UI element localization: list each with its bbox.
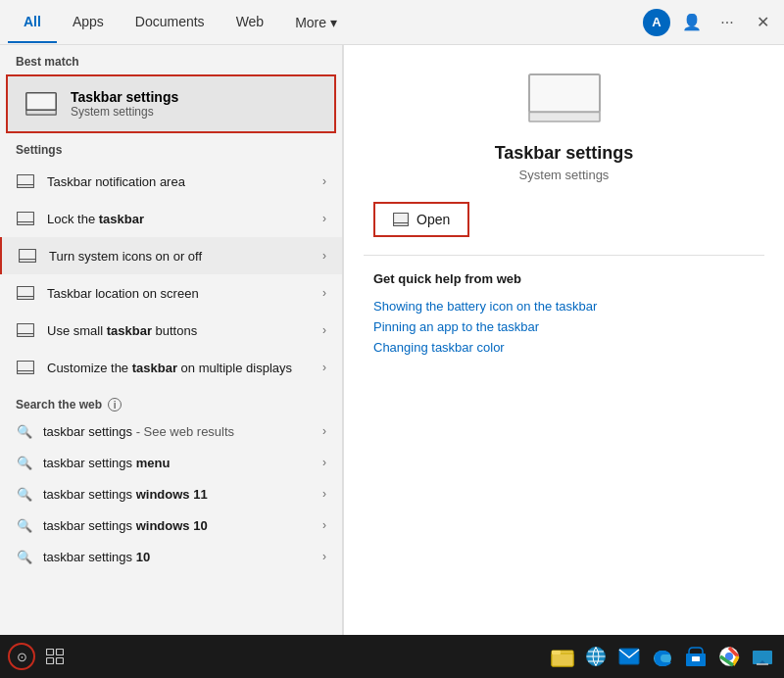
search-web-icon: 🔍 xyxy=(16,454,33,471)
left-panel: Best match Taskbar settings System setti… xyxy=(0,45,343,678)
list-item-taskbar-location[interactable]: Taskbar location on screen › xyxy=(0,274,342,312)
tab-web[interactable]: Web xyxy=(220,2,280,43)
svg-rect-3 xyxy=(18,185,34,188)
chevron-right-icon: › xyxy=(322,323,326,337)
right-panel: Taskbar settings System settings Open Ge… xyxy=(343,45,784,678)
search-web-icon: 🔍 xyxy=(16,516,33,534)
right-title: Taskbar settings xyxy=(495,143,634,164)
quick-help-label: Get quick help from web xyxy=(373,271,521,286)
browser-icon[interactable] xyxy=(582,643,610,670)
tab-more[interactable]: More ▾ xyxy=(279,3,353,42)
svg-rect-7 xyxy=(20,260,36,263)
open-icon xyxy=(393,213,409,226)
svg-rect-20 xyxy=(47,658,54,664)
nav-tabs: All Apps Documents Web More ▾ A 👤 ··· ✕ xyxy=(0,0,784,45)
open-button[interactable]: Open xyxy=(373,202,469,237)
divider xyxy=(364,255,764,256)
svg-rect-15 xyxy=(529,112,600,121)
lock-taskbar-icon xyxy=(16,209,35,228)
svg-rect-29 xyxy=(619,649,639,664)
svg-rect-12 xyxy=(18,362,34,371)
system-icons-icon xyxy=(18,246,37,266)
chevron-right-icon: › xyxy=(322,212,326,225)
best-match-label: Best match xyxy=(0,45,342,74)
search-web-icon: 🔍 xyxy=(16,422,33,440)
chevron-right-icon: › xyxy=(322,456,326,469)
more-options-icon[interactable]: ··· xyxy=(713,9,741,36)
web-item-1[interactable]: 🔍 taskbar settings menu › xyxy=(0,447,342,478)
web-search-label: Search the web i xyxy=(0,392,342,415)
svg-rect-24 xyxy=(552,651,561,654)
svg-rect-32 xyxy=(692,656,700,661)
taskbar: ⊙ xyxy=(0,635,784,678)
best-match-item[interactable]: Taskbar settings System settings xyxy=(6,74,336,133)
taskbar-location-icon xyxy=(16,283,35,303)
taskbar-app-icons xyxy=(549,643,776,670)
web-item-2[interactable]: 🔍 taskbar settings windows 11 › xyxy=(0,478,342,509)
chevron-right-icon: › xyxy=(322,286,326,300)
search-web-icon: 🔍 xyxy=(16,485,33,503)
svg-rect-13 xyxy=(18,371,34,374)
list-item-taskbar-notification[interactable]: Taskbar notification area › xyxy=(0,163,342,200)
tab-documents[interactable]: Documents xyxy=(120,2,220,43)
edge-icon[interactable] xyxy=(649,643,676,670)
svg-rect-18 xyxy=(47,650,54,655)
tab-all[interactable]: All xyxy=(8,2,57,43)
taskbar-search-icon[interactable]: ⊙ xyxy=(8,643,35,670)
right-subtitle: System settings xyxy=(519,168,610,182)
svg-rect-8 xyxy=(18,287,34,297)
tab-apps[interactable]: Apps xyxy=(57,2,120,43)
chevron-right-icon: › xyxy=(322,361,326,374)
help-link-0[interactable]: Showing the battery icon on the taskbar xyxy=(373,296,597,316)
svg-rect-21 xyxy=(57,658,64,664)
info-icon[interactable]: i xyxy=(108,398,122,412)
svg-rect-17 xyxy=(394,223,409,226)
settings-label: Settings xyxy=(0,133,342,163)
svg-rect-1 xyxy=(26,110,56,115)
chevron-right-icon: › xyxy=(322,518,326,532)
store-icon[interactable] xyxy=(682,643,710,670)
svg-rect-2 xyxy=(18,175,34,185)
list-item-turn-system-icons[interactable]: Turn system icons on or off › xyxy=(0,237,342,274)
taskbar-icon xyxy=(16,171,35,191)
chevron-right-icon: › xyxy=(322,550,326,563)
svg-rect-9 xyxy=(18,297,34,300)
nav-right: A 👤 ··· ✕ xyxy=(643,9,776,36)
svg-rect-19 xyxy=(57,650,64,655)
web-item-0[interactable]: 🔍 taskbar settings - See web results › xyxy=(0,415,342,447)
network-icon[interactable] xyxy=(749,643,776,670)
small-taskbar-icon xyxy=(16,320,35,340)
chevron-right-icon: › xyxy=(322,487,326,501)
svg-rect-0 xyxy=(26,93,56,111)
chrome-icon[interactable] xyxy=(715,643,743,670)
chevron-down-icon: ▾ xyxy=(330,15,337,30)
chevron-right-icon: › xyxy=(322,249,326,263)
list-item-small-taskbar[interactable]: Use small taskbar buttons › xyxy=(0,312,342,349)
svg-rect-5 xyxy=(18,222,34,225)
search-web-icon: 🔍 xyxy=(16,548,33,565)
svg-rect-23 xyxy=(552,654,573,666)
file-explorer-icon[interactable] xyxy=(549,643,576,670)
mail-icon[interactable] xyxy=(615,643,643,670)
taskbar-settings-icon xyxy=(24,86,59,121)
close-icon[interactable]: ✕ xyxy=(749,9,776,36)
web-item-3[interactable]: 🔍 taskbar settings windows 10 › xyxy=(0,509,342,541)
web-item-4[interactable]: 🔍 taskbar settings 10 › xyxy=(0,541,342,572)
best-match-text: Taskbar settings System settings xyxy=(71,89,178,119)
svg-point-35 xyxy=(726,654,733,660)
help-link-1[interactable]: Pinning an app to the taskbar xyxy=(373,316,539,337)
avatar[interactable]: A xyxy=(643,9,670,36)
taskbar-task-view[interactable] xyxy=(39,641,71,672)
svg-rect-6 xyxy=(20,250,36,260)
svg-rect-14 xyxy=(529,74,600,112)
help-link-2[interactable]: Changing taskbar color xyxy=(373,337,505,358)
right-preview-icon xyxy=(525,69,604,131)
list-item-multiple-displays[interactable]: Customize the taskbar on multiple displa… xyxy=(0,349,342,386)
person-icon[interactable]: 👤 xyxy=(678,9,706,36)
chevron-right-icon: › xyxy=(322,174,326,188)
svg-rect-4 xyxy=(18,213,34,222)
svg-rect-10 xyxy=(18,324,34,334)
svg-rect-16 xyxy=(394,214,409,223)
list-item-lock-taskbar[interactable]: Lock the taskbar › xyxy=(0,200,342,237)
web-search-section: Search the web i 🔍 taskbar settings - Se… xyxy=(0,386,342,572)
